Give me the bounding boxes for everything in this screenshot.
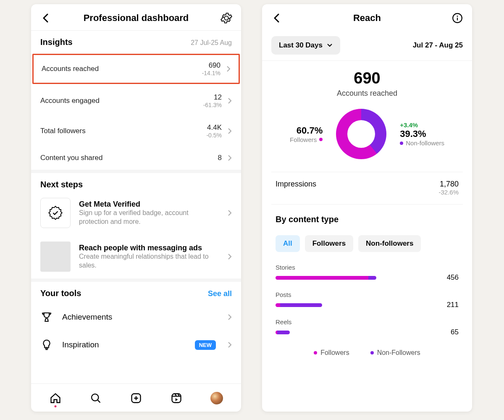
followers-label: Followers bbox=[290, 136, 317, 143]
content-bar-row: Posts211 bbox=[276, 291, 459, 309]
metric-delta: -0.5% bbox=[206, 132, 222, 139]
date-range-chip[interactable]: Last 30 Days bbox=[271, 36, 340, 55]
content-bar-followers bbox=[276, 276, 368, 280]
tab-home[interactable] bbox=[48, 391, 63, 406]
plus-square-icon bbox=[130, 392, 142, 404]
content-bar-track bbox=[276, 276, 376, 280]
reach-header: Reach bbox=[262, 4, 472, 30]
pill-nonfollowers[interactable]: Non-followers bbox=[358, 235, 421, 252]
page-title: Reach bbox=[353, 13, 381, 24]
impressions-delta: -32.6% bbox=[438, 189, 459, 196]
back-button[interactable] bbox=[270, 12, 283, 24]
metric-delta: -61.3% bbox=[203, 102, 222, 108]
content-type-legend: Followers Non-Followers bbox=[276, 346, 459, 357]
content-bar-track bbox=[276, 303, 322, 307]
chevron-left-icon bbox=[273, 13, 280, 23]
svg-point-4 bbox=[457, 16, 458, 17]
svg-rect-2 bbox=[172, 394, 181, 403]
chevron-down-icon bbox=[327, 43, 333, 47]
content-bar-nonfollowers bbox=[277, 331, 290, 334]
metric-total-followers[interactable]: Total followers 4.4K -0.5% bbox=[31, 116, 241, 146]
tools-header: Your tools See all bbox=[31, 282, 241, 303]
tab-search[interactable] bbox=[88, 391, 103, 406]
metric-content-shared[interactable]: Content you shared 8 bbox=[31, 146, 241, 170]
dashboard-header: Professional dashboard bbox=[31, 4, 241, 30]
next-step-title: Reach people with messaging ads bbox=[79, 244, 213, 252]
impressions-row[interactable]: Impressions 1,780 -32.6% bbox=[271, 172, 463, 204]
legend-nonfollowers: Non-Followers bbox=[377, 349, 420, 357]
avatar bbox=[210, 392, 223, 404]
pill-followers[interactable]: Followers bbox=[305, 235, 353, 252]
legend-followers: Followers bbox=[320, 349, 349, 357]
tool-inspiration[interactable]: Inspiration NEW bbox=[31, 331, 241, 359]
trophy-icon bbox=[40, 311, 53, 323]
metric-accounts-engaged[interactable]: Accounts engaged 12 -61.3% bbox=[31, 86, 241, 116]
pill-all[interactable]: All bbox=[276, 235, 300, 252]
tab-reels[interactable] bbox=[169, 391, 184, 406]
metric-value: 12 bbox=[203, 93, 222, 102]
tool-label: Inspiration bbox=[62, 340, 99, 349]
new-badge: NEW bbox=[195, 340, 216, 350]
metric-accounts-reached[interactable]: Accounts reached 690 -14.1% bbox=[32, 54, 240, 84]
ad-thumbnail-icon bbox=[40, 242, 71, 272]
followers-dot-icon bbox=[319, 138, 323, 141]
content-bar-track bbox=[276, 331, 290, 334]
reels-icon bbox=[171, 392, 182, 404]
verified-badge-icon bbox=[40, 198, 71, 228]
content-bar-value: 211 bbox=[443, 301, 459, 309]
metric-delta: -14.1% bbox=[202, 70, 220, 76]
tool-achievements[interactable]: Achievements bbox=[31, 303, 241, 331]
chevron-right-icon bbox=[228, 253, 232, 260]
content-bar-value: 65 bbox=[446, 328, 459, 336]
nonfollowers-delta: +3.4% bbox=[400, 121, 444, 129]
followers-legend: 60.7% Followers bbox=[290, 125, 323, 143]
reach-hero: 690 Accounts reached bbox=[271, 61, 463, 100]
content-bar-value: 456 bbox=[443, 273, 459, 282]
chevron-right-icon bbox=[226, 66, 231, 72]
content-bar-nonfollowers bbox=[368, 276, 376, 280]
tools-title: Your tools bbox=[40, 289, 81, 298]
settings-button[interactable] bbox=[220, 12, 233, 24]
nonfollowers-pct: 39.3% bbox=[400, 129, 444, 139]
content-type-section: By content type All Followers Non-follow… bbox=[271, 205, 463, 357]
donut-icon bbox=[336, 109, 386, 159]
next-step-meta-verified[interactable]: Get Meta Verified Sign up for a verified… bbox=[31, 191, 241, 235]
insights-header: Insights 27 Jul-25 Aug bbox=[31, 31, 241, 52]
impressions-value: 1,780 bbox=[438, 180, 459, 189]
chevron-right-icon bbox=[228, 97, 232, 104]
next-step-desc: Sign up for a verified badge, account pr… bbox=[79, 209, 213, 226]
search-icon bbox=[90, 392, 102, 404]
chevron-right-icon bbox=[228, 128, 232, 134]
metric-label: Total followers bbox=[40, 127, 86, 135]
content-bar-nonfollowers bbox=[280, 303, 322, 307]
nonfollowers-legend: +3.4% 39.3% Non-followers bbox=[400, 121, 444, 147]
content-bar-row: Stories456 bbox=[276, 264, 459, 282]
next-step-messaging-ads[interactable]: Reach people with messaging ads Create m… bbox=[31, 235, 241, 278]
info-button[interactable] bbox=[451, 12, 464, 24]
see-all-link[interactable]: See all bbox=[208, 289, 232, 298]
back-button[interactable] bbox=[39, 12, 52, 24]
dashboard-screen: Professional dashboard Insights 27 Jul-2… bbox=[31, 4, 241, 412]
chevron-left-icon bbox=[42, 13, 49, 23]
content-type-bars: Stories456Posts211Reels65 bbox=[276, 264, 459, 336]
next-step-desc: Create meaningful relationships that lea… bbox=[79, 252, 213, 270]
content-bar-label: Reels bbox=[276, 318, 459, 326]
next-step-title: Get Meta Verified bbox=[79, 200, 213, 209]
content-bar-row: Reels65 bbox=[276, 318, 459, 336]
metric-label: Content you shared bbox=[40, 154, 102, 162]
date-range-chip-label: Last 30 Days bbox=[279, 41, 323, 50]
metric-value: 8 bbox=[218, 154, 222, 162]
chevron-right-icon bbox=[228, 155, 232, 161]
tool-label: Achievements bbox=[62, 312, 112, 322]
content-bar-label: Stories bbox=[276, 264, 459, 271]
content-type-filter: All Followers Non-followers bbox=[276, 235, 459, 252]
nonfollowers-dot-icon bbox=[400, 142, 403, 145]
tab-profile[interactable] bbox=[209, 391, 224, 406]
content-bar-label: Posts bbox=[276, 291, 459, 298]
metric-label: Accounts reached bbox=[42, 65, 99, 73]
home-icon bbox=[50, 392, 61, 404]
reach-hero-label: Accounts reached bbox=[271, 89, 463, 98]
tab-create[interactable] bbox=[129, 391, 144, 406]
followers-dot-icon bbox=[314, 351, 317, 354]
chevron-right-icon bbox=[228, 341, 232, 348]
